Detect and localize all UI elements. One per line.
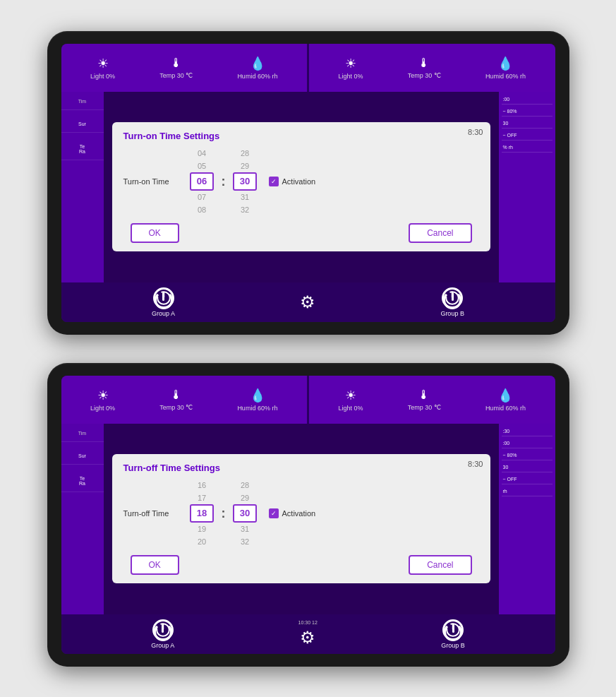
hours-column-2[interactable]: 16 17 18 19 20 — [190, 479, 215, 548]
svg-point-4 — [157, 624, 169, 636]
activation-label-2: Activation — [282, 509, 316, 518]
sidebar-item-sur-1: Sur — [61, 110, 104, 133]
gear-icon-2[interactable]: ⚙ — [300, 628, 315, 648]
humid-icon-a2: 💧 — [250, 388, 265, 403]
screen-body-1: Tim Sur TeRa Turn-on Time Settings 8:30 … — [61, 92, 555, 282]
min-above1-1: 29 — [241, 160, 249, 172]
hour-selected-2[interactable]: 18 — [190, 504, 214, 523]
humid-sensor-b2: 💧 Humid 60% rh — [485, 388, 526, 412]
sensor-bar-1: ☀ Light 0% 🌡 Temp 30 ℃ 💧 Humid 60% rh ☀ … — [61, 44, 555, 92]
gear-icon-1[interactable]: ⚙ — [300, 292, 315, 312]
power-icon-a-2[interactable] — [152, 619, 174, 641]
light-label-a2: Light 0% — [90, 405, 115, 412]
hour-selected-1[interactable]: 06 — [190, 172, 214, 191]
dialog-buttons-1: OK Cancel — [123, 223, 479, 243]
tablet-device-2: ☀ Light 0% 🌡 Temp 30 ℃ 💧 Humid 60% rh ☀ … — [47, 363, 569, 667]
ok-button-1[interactable]: OK — [131, 223, 179, 243]
sensor-group-b-2: ☀ Light 0% 🌡 Temp 30 ℃ 💧 Humid 60% rh — [309, 376, 555, 424]
min-above1-2: 29 — [241, 492, 249, 504]
sidebar-item-tim-1: Tim — [61, 92, 104, 110]
activation-area-2: ✓ Activation — [269, 508, 316, 518]
right-item2-2: :00 — [502, 439, 552, 448]
activation-checkbox-1[interactable]: ✓ — [269, 177, 279, 186]
hour-below2-1: 08 — [198, 203, 206, 216]
group-a-1[interactable]: Group A — [152, 287, 175, 317]
dialog-buttons-2: OK Cancel — [123, 555, 479, 575]
settings-center-2[interactable]: 10:30 12 ⚙ — [298, 620, 318, 648]
power-icon-a-1[interactable] — [153, 287, 174, 309]
tablet-device-1: ☀ Light 0% 🌡 Temp 30 ℃ 💧 Humid 60% rh ☀ … — [47, 31, 569, 335]
hours-column-1[interactable]: 04 05 06 07 08 — [190, 147, 215, 216]
left-sidebar-2: Tim Sur TeRa — [61, 424, 104, 614]
bottom-bar-1: Group A ⚙ Group B — [61, 282, 555, 322]
tablet-screen-2: ☀ Light 0% 🌡 Temp 30 ℃ 💧 Humid 60% rh ☀ … — [61, 376, 555, 654]
dialog-title-1: Turn-on Time Settings — [123, 131, 479, 141]
sensor-group-a-1: ☀ Light 0% 🌡 Temp 30 ℃ 💧 Humid 60% rh — [61, 44, 310, 92]
hour-below1-2: 19 — [198, 523, 206, 535]
minutes-column-2[interactable]: 28 29 30 31 32 — [233, 479, 258, 548]
temp-label-a1: Temp 30 ℃ — [159, 72, 193, 79]
group-a-label-2: Group A — [151, 642, 174, 649]
group-b-1[interactable]: Group B — [440, 287, 464, 317]
hour-above1-2: 17 — [198, 492, 206, 504]
min-above2-1: 28 — [241, 147, 249, 160]
screen-body-2: Tim Sur TeRa Turn-off Time Settings 8:30… — [61, 424, 555, 614]
temp-label-b1: Temp 30 ℃ — [408, 72, 441, 79]
humid-label-a1: Humid 60% rh — [237, 73, 277, 80]
light-sensor-a1: ☀ Light 0% — [90, 56, 115, 80]
group-b-label-1: Group B — [440, 310, 464, 317]
light-label-a1: Light 0% — [90, 73, 115, 80]
minutes-column-1[interactable]: 28 29 30 31 32 — [233, 147, 258, 216]
min-below1-2: 31 — [241, 523, 249, 535]
svg-rect-5 — [162, 624, 164, 630]
temp-icon-b1: 🌡 — [418, 56, 430, 71]
right-item3-2: ~ 80% — [502, 451, 552, 460]
group-b-2[interactable]: Group B — [441, 619, 465, 649]
humid-label-b2: Humid 60% rh — [485, 405, 526, 412]
temp-icon-a1: 🌡 — [170, 56, 183, 71]
tablet-screen-1: ☀ Light 0% 🌡 Temp 30 ℃ 💧 Humid 60% rh ☀ … — [61, 44, 555, 322]
svg-rect-7 — [452, 624, 454, 630]
min-below1-1: 31 — [241, 191, 249, 203]
cancel-button-1[interactable]: Cancel — [409, 223, 471, 243]
temp-icon-a2: 🌡 — [170, 388, 183, 403]
activation-checkbox-2[interactable]: ✓ — [269, 508, 279, 518]
temp-icon-b2: 🌡 — [418, 388, 430, 403]
svg-rect-1 — [162, 292, 164, 298]
sensor-bar-2: ☀ Light 0% 🌡 Temp 30 ℃ 💧 Humid 60% rh ☀ … — [61, 376, 555, 424]
humid-label-b1: Humid 60% rh — [485, 73, 526, 80]
cancel-button-2[interactable]: Cancel — [409, 555, 471, 575]
group-a-label-1: Group A — [152, 310, 175, 317]
right-col-1: :00 ~ 80% 30 ~ OFF % rh — [499, 92, 555, 282]
light-label-b2: Light 0% — [339, 405, 363, 412]
timestamp-2: 10:30 12 — [298, 620, 318, 625]
power-icon-b-2[interactable] — [442, 619, 464, 641]
humid-sensor-a1: 💧 Humid 60% rh — [237, 56, 277, 80]
min-selected-2[interactable]: 30 — [233, 504, 257, 523]
humid-sensor-a2: 💧 Humid 60% rh — [237, 388, 277, 412]
temp-label-a2: Temp 30 ℃ — [159, 404, 193, 411]
min-selected-1[interactable]: 30 — [233, 172, 257, 191]
left-sidebar-1: Tim Sur TeRa — [61, 92, 104, 282]
sidebar-item-te-2: TeRa — [61, 465, 104, 492]
humid-icon-b1: 💧 — [497, 56, 513, 71]
group-a-2[interactable]: Group A — [151, 619, 174, 649]
power-icon-b-1[interactable] — [442, 287, 463, 309]
temp-sensor-a2: 🌡 Temp 30 ℃ — [159, 388, 193, 411]
humid-icon-a1: 💧 — [250, 56, 265, 71]
right-item2-1: ~ 80% — [502, 107, 552, 117]
check-mark-2: ✓ — [271, 511, 277, 517]
right-col-2: :30 :00 ~ 80% 30 ~ OFF rh — [499, 424, 555, 614]
light-sensor-b1: ☀ Light 0% — [339, 56, 363, 80]
dialog-title-2: Turn-off Time Settings — [123, 463, 479, 473]
svg-point-0 — [157, 292, 170, 304]
temp-sensor-a1: 🌡 Temp 30 ℃ — [159, 56, 193, 79]
settings-center-1[interactable]: ⚙ — [300, 292, 315, 312]
svg-point-2 — [446, 292, 459, 304]
group-b-label-2: Group B — [441, 642, 465, 649]
temp-label-b2: Temp 30 ℃ — [408, 404, 441, 411]
min-below2-2: 32 — [241, 535, 249, 548]
hour-above2-2: 16 — [198, 479, 206, 492]
right-item1-2: :30 — [502, 427, 552, 436]
ok-button-2[interactable]: OK — [131, 555, 179, 575]
